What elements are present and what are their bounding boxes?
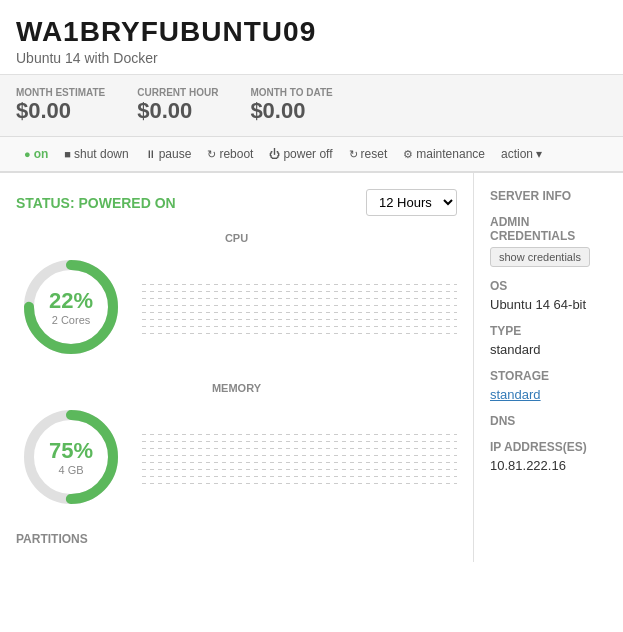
month-to-date-label: MONTH TO DATE [250,87,332,98]
time-select[interactable]: 12 Hours 24 Hours 7 Days [366,189,457,216]
current-hour-value: $0.00 [137,98,218,124]
pause-label: pause [159,147,192,161]
status-header: STATUS: POWERED ON 12 Hours 24 Hours 7 D… [16,189,457,216]
chart-line [142,312,457,313]
month-to-date-value: $0.00 [250,98,332,124]
admin-creds-label: ADMIN CREDENTIALS [490,215,607,243]
memory-sub: 4 GB [49,464,93,476]
chart-line [142,434,457,435]
toolbar-shutdown-button[interactable]: ■ shut down [56,143,136,165]
toolbar-maintenance-button[interactable]: ⚙ maintenance [395,143,493,165]
chart-line [142,455,457,456]
cpu-label: CPU [16,232,457,244]
toolbar: ● on ■ shut down ⏸ pause ↻ reboot ⏻ powe… [0,137,623,173]
chart-line [142,291,457,292]
os-value: Ubuntu 14 64-bit [490,297,607,312]
cpu-sub: 2 Cores [49,314,93,326]
month-estimate-value: $0.00 [16,98,105,124]
cpu-center: 22% 2 Cores [49,288,93,326]
type-value: standard [490,342,607,357]
ip-label: IP ADDRESS(ES) [490,440,607,454]
memory-chart-lines [142,430,457,484]
chart-line [142,319,457,320]
type-label: TYPE [490,324,607,338]
status-label: STATUS: POWERED ON [16,195,176,211]
chart-line [142,448,457,449]
toolbar-on-button[interactable]: ● on [16,143,56,165]
toolbar-pause-button[interactable]: ⏸ pause [137,143,200,165]
on-icon: ● [24,148,31,160]
maintenance-label: maintenance [416,147,485,161]
action-label: action ▾ [501,147,542,161]
memory-percent: 75% [49,438,93,464]
show-credentials-button[interactable]: show credentials [490,247,590,267]
current-hour: CURRENT HOUR $0.00 [137,87,218,124]
pause-icon: ⏸ [145,148,156,160]
main-content: STATUS: POWERED ON 12 Hours 24 Hours 7 D… [0,173,623,562]
ip-value: 10.81.222.16 [490,458,607,473]
month-to-date: MONTH TO DATE $0.00 [250,87,332,124]
reboot-label: reboot [219,147,253,161]
server-info-title: SERVER INFO [490,189,607,203]
cpu-donut-container: 22% 2 Cores [16,252,457,362]
storage-label: STORAGE [490,369,607,383]
dns-label: DNS [490,414,607,428]
toolbar-reset-button[interactable]: ↻ reset [341,143,396,165]
reset-label: reset [361,147,388,161]
os-label: OS [490,279,607,293]
chart-line [142,326,457,327]
maintenance-icon: ⚙ [403,148,413,161]
on-label: on [34,147,49,161]
right-panel: SERVER INFO ADMIN CREDENTIALS show crede… [473,173,623,562]
memory-center: 75% 4 GB [49,438,93,476]
chart-line [142,476,457,477]
cpu-percent: 22% [49,288,93,314]
shutdown-label: shut down [74,147,129,161]
cpu-donut: 22% 2 Cores [16,252,126,362]
header: WA1BRYFUBUNTU09 Ubuntu 14 with Docker [0,0,623,75]
partitions-label: PARTITIONS [16,532,457,546]
chart-line [142,298,457,299]
month-estimate: MONTH ESTIMATE $0.00 [16,87,105,124]
cpu-section: CPU 22% 2 Cores [16,232,457,362]
shutdown-icon: ■ [64,148,71,160]
reset-icon: ↻ [349,148,358,161]
server-subtitle: Ubuntu 14 with Docker [16,50,607,66]
memory-section: MEMORY 75% 4 GB [16,382,457,512]
reboot-icon: ↻ [207,148,216,161]
memory-label: MEMORY [16,382,457,394]
toolbar-reboot-button[interactable]: ↻ reboot [199,143,261,165]
poweroff-label: power off [283,147,332,161]
toolbar-action-button[interactable]: action ▾ [493,143,550,165]
memory-donut: 75% 4 GB [16,402,126,512]
memory-donut-container: 75% 4 GB [16,402,457,512]
chart-line [142,333,457,334]
left-panel: STATUS: POWERED ON 12 Hours 24 Hours 7 D… [0,173,473,562]
storage-link[interactable]: standard [490,387,541,402]
month-estimate-label: MONTH ESTIMATE [16,87,105,98]
chart-line [142,483,457,484]
cpu-chart-lines [142,280,457,334]
chart-line [142,469,457,470]
server-title: WA1BRYFUBUNTU09 [16,16,607,48]
chart-line [142,284,457,285]
chart-line [142,305,457,306]
chart-line [142,462,457,463]
storage-value: standard [490,387,607,402]
poweroff-icon: ⏻ [269,148,280,160]
chart-line [142,441,457,442]
toolbar-poweroff-button[interactable]: ⏻ power off [261,143,340,165]
current-hour-label: CURRENT HOUR [137,87,218,98]
billing-section: MONTH ESTIMATE $0.00 CURRENT HOUR $0.00 … [0,75,623,137]
